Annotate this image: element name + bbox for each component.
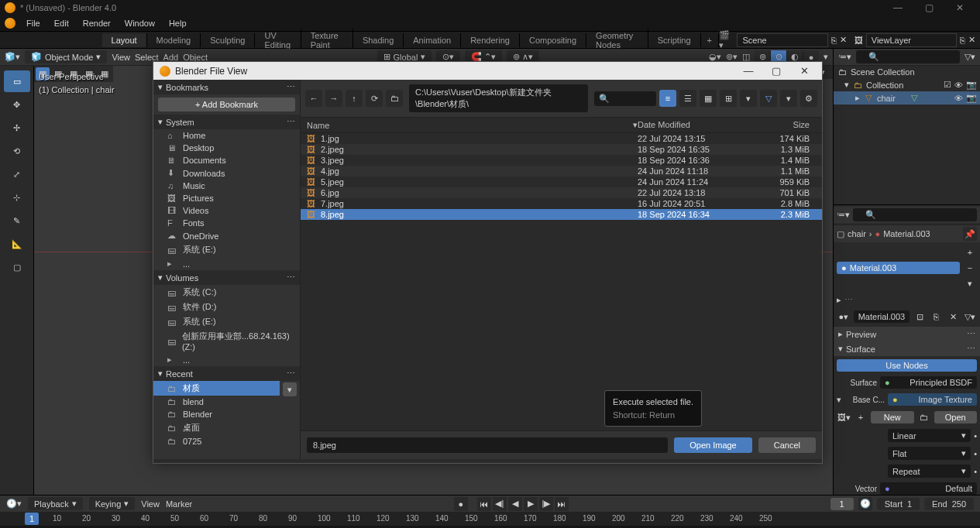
add-bookmark-button[interactable]: + Add Bookmark [158, 98, 295, 111]
system-drive-e[interactable]: 🖴系统 (E:) [153, 242, 300, 257]
tab-compositing[interactable]: Compositing [520, 33, 586, 47]
timeline-marker-menu[interactable]: Marker [166, 499, 192, 509]
editor-type-timeline-icon[interactable]: 🕐▾ [6, 499, 22, 509]
system-videos[interactable]: 🎞Videos [153, 204, 300, 217]
slot-add-button[interactable]: + [963, 245, 977, 259]
file-row[interactable]: 🖼7.jpeg16 Jul 2024 20:512.8 MiB [301, 198, 822, 209]
scene-copy-icon[interactable]: ⎘ [831, 36, 837, 45]
vector-dropdown[interactable]: ●Default [880, 482, 977, 495]
dialog-minimize-button[interactable]: ― [737, 65, 760, 77]
cancel-button[interactable]: Cancel [758, 437, 816, 453]
viewlayer-new-icon[interactable]: ⎘ [960, 36, 965, 45]
minimize-button[interactable]: ― [882, 0, 913, 15]
current-frame-field[interactable]: 1 [830, 498, 854, 510]
tool-scale[interactable]: ⤢ [4, 163, 30, 185]
material-slot[interactable]: ● Material.003 [837, 262, 960, 274]
file-row[interactable]: 🖼5.jpeg24 Jun 2024 11:24959 KiB [301, 177, 822, 187]
menu-select[interactable]: Select [135, 53, 159, 62]
props-editor-icon[interactable]: ≔▾ [837, 210, 850, 220]
breadcrumb-object[interactable]: chair [848, 229, 866, 238]
nav-back-button[interactable]: ← [305, 90, 322, 107]
blender-logo-icon[interactable] [5, 18, 15, 29]
file-row[interactable]: 🖼6.jpg22 Jul 2024 13:18701 KiB [301, 187, 822, 198]
scene-icon[interactable]: 🎬▾ [719, 30, 734, 50]
tab-texture[interactable]: Texture Paint [301, 29, 353, 52]
exclude-toggle[interactable]: ☑ [944, 80, 951, 90]
tab-uv[interactable]: UV Editing [255, 29, 301, 52]
pin-icon[interactable]: 📌 [963, 227, 977, 241]
extension-dropdown[interactable]: Repeat▾ [888, 465, 971, 478]
slot-menu-button[interactable]: ▾ [963, 276, 977, 290]
volume-d[interactable]: 🖴软件 (D:) [153, 300, 300, 314]
file-column-headers[interactable]: Name▾ Date Modified Size [301, 118, 822, 133]
folder-icon[interactable]: 🗀 [917, 410, 931, 424]
scene-delete-icon[interactable]: ✕ [840, 35, 847, 45]
tool-measure[interactable]: 📐 [4, 233, 30, 255]
material-nodes-icon[interactable]: ⊡ [913, 310, 927, 324]
system-onedrive[interactable]: ☁OneDrive [153, 229, 300, 242]
filename-input[interactable]: 8.jpeg [307, 437, 668, 453]
projection-dropdown[interactable]: Flat▾ [888, 447, 971, 460]
slot-remove-button[interactable]: − [963, 261, 977, 275]
tool-rotate[interactable]: ⟲ [4, 140, 30, 162]
recent-header[interactable]: ▾Recent⋯ [153, 366, 300, 381]
file-search-input[interactable]: 🔍 [594, 91, 656, 106]
tab-shading[interactable]: Shading [353, 33, 404, 47]
tab-geonodes[interactable]: Geometry Nodes [586, 29, 648, 52]
dialog-maximize-button[interactable]: ▢ [765, 65, 788, 77]
tool-transform[interactable]: ⊹ [4, 187, 30, 208]
volume-z[interactable]: 🖴创新应用事业部...68.24.163) (Z:) [153, 329, 300, 353]
bookmarks-header[interactable]: ▾Bookmarks⋯ [153, 80, 300, 94]
filter-icon[interactable]: ▽▾ [965, 52, 975, 62]
outliner-search[interactable]: 🔍 [856, 50, 960, 63]
system-home[interactable]: ⌂Home [153, 129, 300, 142]
view-list2-button[interactable]: ☰ [679, 90, 696, 107]
tab-layout[interactable]: Layout [102, 33, 147, 47]
viewlayer-icon[interactable]: 🖼 [854, 36, 863, 45]
system-header[interactable]: ▾System⋯ [153, 115, 300, 129]
volume-c[interactable]: 🖴系统 (C:) [153, 285, 300, 300]
tab-scripting[interactable]: Scripting [648, 33, 701, 47]
file-row[interactable]: 🖼2.jpeg18 Sep 2024 16:351.3 MiB [301, 144, 822, 155]
system-pictures[interactable]: 🖼Pictures [153, 192, 300, 204]
filter-button[interactable]: ▽ [760, 90, 777, 107]
material-unlink-icon[interactable]: ✕ [947, 310, 961, 324]
tab-sculpting[interactable]: Sculpting [201, 33, 255, 47]
tool-move[interactable]: ✢ [4, 117, 30, 139]
preview-panel-header[interactable]: ▸Preview⋯ [834, 327, 980, 341]
viewlayer-name-field[interactable]: ViewLayer [866, 33, 957, 47]
recent-4[interactable]: 🗀0725 [153, 435, 280, 447]
nav-refresh-button[interactable]: ⟳ [366, 90, 383, 107]
editor-type-outliner-icon[interactable]: ≔▾ [838, 52, 851, 62]
tab-modeling[interactable]: Modeling [147, 33, 201, 47]
autokey-toggle[interactable]: ● [454, 497, 468, 511]
add-workspace-button[interactable]: + [701, 33, 719, 47]
menu-view[interactable]: View [112, 53, 130, 62]
outliner-scene-collection[interactable]: 🗀 Scene Collection [834, 66, 980, 78]
material-copy-icon[interactable]: ⎘ [930, 310, 944, 324]
dialog-close-button[interactable]: ✕ [793, 65, 816, 77]
play-reverse-button[interactable]: ◀ [508, 497, 522, 511]
tool-select-box[interactable]: ▭ [4, 70, 30, 92]
expand-icon[interactable]: ▸ [837, 295, 841, 305]
jump-end-button[interactable]: ⏭ [555, 497, 569, 511]
recent-3[interactable]: 🗀桌面 [153, 420, 280, 435]
menu-edit[interactable]: Edit [48, 17, 75, 29]
open-image-button[interactable]: Open Image [674, 437, 752, 453]
outliner-collection[interactable]: ▾🗀 Collection ☑ 👁 📷 [834, 78, 980, 91]
render-icon[interactable]: 📷 [966, 93, 977, 103]
menu-object[interactable]: Object [183, 53, 208, 62]
outliner-object-chair[interactable]: ▸▽ chair ▽ 👁 📷 [834, 91, 980, 105]
timeline-ruler[interactable]: 1 10 20 30 40 50 60 70 80 90 100 110 120… [0, 512, 980, 526]
file-row[interactable]: 🖼4.jpg24 Jun 2024 11:181.1 MiB [301, 166, 822, 177]
tool-add-cube[interactable]: ▢ [4, 256, 30, 278]
menu-render[interactable]: Render [77, 17, 117, 29]
image-new-plus[interactable]: + [854, 410, 868, 424]
volume-e[interactable]: 🖴系统 (E:) [153, 314, 300, 329]
sort-dropdown[interactable]: ▾ [740, 90, 757, 107]
view-grid-button[interactable]: ▦ [700, 90, 717, 107]
expand-toggle[interactable]: ▾ [837, 395, 841, 405]
tool-annotate[interactable]: ✎ [4, 210, 30, 231]
tool-cursor[interactable]: ✥ [4, 94, 30, 115]
system-more[interactable]: ▸... [153, 257, 300, 270]
